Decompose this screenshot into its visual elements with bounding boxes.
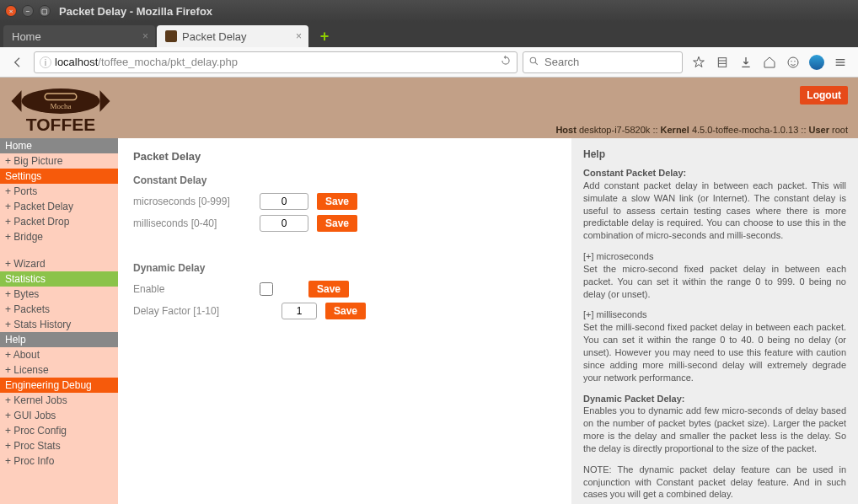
save-delay-factor-button[interactable]: Save bbox=[325, 303, 366, 319]
logout-button[interactable]: Logout bbox=[800, 86, 848, 105]
svg-rect-2 bbox=[718, 57, 726, 67]
browser-globe-icon[interactable] bbox=[806, 51, 828, 73]
help-cpd-body: Add constant packet delay in between eac… bbox=[583, 180, 846, 240]
save-milliseconds-button[interactable]: Save bbox=[317, 215, 357, 232]
delay-factor-label: Delay Factor [1-10] bbox=[133, 305, 251, 317]
sidebar-header-settings[interactable]: Settings bbox=[0, 169, 118, 184]
sidebar-item-packet-drop[interactable]: Packet Drop bbox=[0, 214, 118, 229]
help-panel: Help Constant Packet Delay: Add constant… bbox=[571, 138, 858, 504]
svg-point-6 bbox=[791, 61, 791, 62]
bookmark-star-icon[interactable] bbox=[688, 51, 710, 73]
close-icon[interactable]: × bbox=[142, 30, 148, 42]
sidebar-header-home[interactable]: Home bbox=[0, 138, 118, 153]
sidebar-item-big-picture[interactable]: Big Picture bbox=[0, 153, 118, 169]
browser-tabbar: Home × Packet Delay × + bbox=[0, 22, 858, 47]
window-titlebar: × − ▢ Packet Delay - Mozilla Firefox bbox=[0, 0, 858, 22]
save-microseconds-button[interactable]: Save bbox=[317, 193, 357, 210]
library-icon[interactable] bbox=[711, 51, 733, 73]
logo: Mocha TOFFEE bbox=[10, 88, 120, 136]
help-note: NOTE: The dynamic packet delay feature c… bbox=[583, 464, 846, 501]
help-micro-body: Set the micro-second fixed packet delay … bbox=[583, 264, 846, 299]
smiley-icon[interactable] bbox=[782, 51, 804, 73]
sidebar-item-about[interactable]: About bbox=[0, 347, 118, 362]
window-title: Packet Delay - Mozilla Firefox bbox=[59, 5, 212, 18]
svg-point-0 bbox=[530, 57, 536, 63]
svg-point-5 bbox=[788, 57, 798, 67]
section-constant-delay: Constant Delay bbox=[133, 174, 556, 186]
enable-checkbox[interactable] bbox=[260, 282, 273, 296]
reload-icon[interactable] bbox=[500, 55, 512, 69]
url-host: localhost bbox=[55, 56, 98, 68]
tab-label: Packet Delay bbox=[182, 30, 247, 43]
help-title: Help bbox=[583, 148, 846, 160]
sidebar: Home Big Picture Settings Ports Packet D… bbox=[0, 138, 118, 504]
tab-home[interactable]: Home × bbox=[3, 25, 155, 47]
sidebar-item-bytes[interactable]: Bytes bbox=[0, 287, 118, 302]
downloads-icon[interactable] bbox=[735, 51, 757, 73]
svg-text:TOFFEE: TOFFEE bbox=[26, 114, 95, 132]
sidebar-item-kernel-jobs[interactable]: Kernel Jobs bbox=[0, 393, 118, 408]
sidebar-item-gui-jobs[interactable]: GUI Jobs bbox=[0, 408, 118, 423]
browser-navbar: i localhost/toffee_mocha/pkt_delay.php bbox=[0, 47, 858, 78]
window-close-button[interactable]: × bbox=[5, 5, 17, 17]
microseconds-label: microseconds [0-999] bbox=[133, 196, 251, 207]
identity-icon[interactable]: i bbox=[40, 56, 51, 68]
hamburger-menu-icon[interactable] bbox=[829, 51, 851, 73]
tab-packet-delay[interactable]: Packet Delay × bbox=[157, 25, 308, 47]
enable-label: Enable bbox=[133, 283, 251, 295]
save-enable-button[interactable]: Save bbox=[308, 281, 349, 298]
sidebar-header-statistics[interactable]: Statistics bbox=[0, 271, 118, 287]
window-minimize-button[interactable]: − bbox=[22, 5, 34, 17]
url-bar[interactable]: i localhost/toffee_mocha/pkt_delay.php bbox=[34, 51, 517, 73]
favicon-icon bbox=[165, 30, 177, 42]
main-content: Packet Delay Constant Delay microseconds… bbox=[118, 138, 571, 504]
milliseconds-label: milliseconds [0-40] bbox=[133, 217, 251, 229]
svg-text:Mocha: Mocha bbox=[51, 102, 72, 110]
svg-marker-12 bbox=[100, 90, 110, 112]
delay-factor-input[interactable] bbox=[282, 303, 317, 319]
help-milli-title: [+] milliseconds bbox=[583, 309, 647, 319]
sidebar-item-stats-history[interactable]: Stats History bbox=[0, 317, 118, 332]
tab-label: Home bbox=[12, 30, 41, 43]
page-content: Mocha TOFFEE Logout Host desktop-i7-5820… bbox=[0, 78, 858, 504]
close-icon[interactable]: × bbox=[296, 30, 302, 42]
help-cpd-title: Constant Packet Delay: bbox=[583, 168, 686, 178]
svg-line-1 bbox=[535, 62, 538, 65]
svg-point-7 bbox=[794, 61, 795, 62]
page-title: Packet Delay bbox=[133, 150, 556, 163]
sidebar-header-eng-debug[interactable]: Engineering Debug bbox=[0, 378, 118, 393]
home-icon[interactable] bbox=[759, 51, 780, 73]
window-maximize-button[interactable]: ▢ bbox=[39, 5, 51, 17]
url-path: /toffee_mocha/pkt_delay.php bbox=[98, 56, 238, 68]
back-button[interactable] bbox=[7, 51, 29, 73]
sidebar-item-proc-stats[interactable]: Proc Stats bbox=[0, 438, 118, 453]
sidebar-item-packets[interactable]: Packets bbox=[0, 302, 118, 317]
sidebar-item-proc-info[interactable]: Proc Info bbox=[0, 453, 118, 469]
search-icon bbox=[528, 56, 539, 69]
svg-marker-11 bbox=[12, 90, 22, 112]
sidebar-item-license[interactable]: License bbox=[0, 362, 118, 378]
sidebar-item-packet-delay[interactable]: Packet Delay bbox=[0, 199, 118, 214]
help-dpd-body: Enables you to dynamic add few micro-sec… bbox=[583, 405, 846, 453]
search-bar[interactable] bbox=[523, 51, 683, 73]
microseconds-input[interactable] bbox=[260, 193, 308, 210]
help-micro-title: [+] microseconds bbox=[583, 251, 653, 261]
sidebar-item-wizard[interactable]: Wizard bbox=[0, 256, 118, 271]
host-info: Host desktop-i7-5820k :: Kernel 4.5.0-to… bbox=[555, 125, 848, 135]
search-input[interactable] bbox=[544, 56, 686, 68]
sidebar-header-help[interactable]: Help bbox=[0, 332, 118, 347]
milliseconds-input[interactable] bbox=[260, 215, 308, 232]
sidebar-item-proc-config[interactable]: Proc Config bbox=[0, 423, 118, 438]
sidebar-item-ports[interactable]: Ports bbox=[0, 184, 118, 199]
sidebar-item-bridge[interactable]: Bridge bbox=[0, 229, 118, 244]
help-milli-body: Set the milli-second fixed packet delay … bbox=[583, 322, 846, 382]
section-dynamic-delay: Dynamic Delay bbox=[133, 262, 556, 274]
help-dpd-title: Dynamic Packet Delay: bbox=[583, 394, 684, 404]
new-tab-button[interactable]: + bbox=[315, 27, 334, 46]
